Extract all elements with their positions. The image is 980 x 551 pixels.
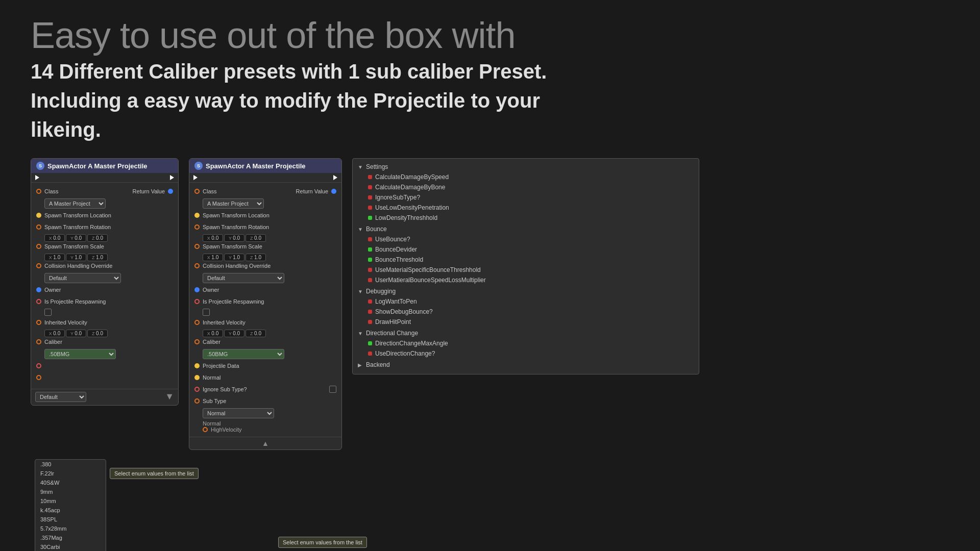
show-debug-bounce-label: ShowDebugBounce? bbox=[375, 308, 433, 315]
panel1-class-select[interactable]: A Master Project bbox=[44, 198, 106, 209]
panel2-rotation-label: Spawn Transform Rotation bbox=[203, 224, 336, 230]
panel2-ignore-subtype-pin bbox=[194, 387, 200, 392]
panel2-caliber-select[interactable]: .50BMG bbox=[203, 349, 284, 359]
panel2-exec-in-icon[interactable] bbox=[193, 175, 198, 180]
panel1-extra-pin1 bbox=[36, 363, 41, 368]
panel2-vel-z: Z 0.0 bbox=[246, 330, 266, 337]
panel2-location-label: Spawn Transform Location bbox=[203, 212, 336, 218]
panel1-rotation-label: Spawn Transform Rotation bbox=[44, 224, 173, 230]
panel1-projectile-checkbox[interactable] bbox=[44, 309, 52, 316]
panel2-projdata-row: Projectile Data bbox=[194, 361, 336, 370]
panel2-vel-x: X 0.0 bbox=[203, 330, 223, 337]
panel1-return-pin bbox=[168, 189, 173, 194]
settings-arrow-icon: ▼ bbox=[358, 164, 364, 170]
bounce-speed-loss-dot bbox=[368, 278, 372, 282]
panel2-collision-row: Collision Handling Override bbox=[194, 261, 336, 270]
panel1-caliber-dropdown-row: .50BMG bbox=[44, 349, 173, 359]
bounce-section-header[interactable]: ▼ Bounce bbox=[353, 224, 699, 234]
panel1-class-row: Class Return Value bbox=[36, 187, 173, 196]
panel1-scale-row: Spawn Transform Scale bbox=[36, 242, 173, 251]
caliber-item-30carbi[interactable]: 30Carbi bbox=[35, 542, 106, 551]
caliber-item-38spl[interactable]: 38SPL bbox=[35, 515, 106, 524]
panel2-rot-x: X 0.0 bbox=[203, 234, 223, 242]
panel1-class-pin bbox=[36, 189, 41, 194]
draw-hit-point-dot bbox=[368, 320, 372, 324]
panel2-ignore-subtype-checkbox[interactable] bbox=[329, 386, 336, 393]
panel2-class-pin bbox=[194, 189, 200, 194]
panel2-subtype-row: Sub Type bbox=[194, 396, 336, 406]
settings-item-material-bounce: UseMaterialSpecificBounceThreshhold bbox=[353, 265, 699, 275]
panel2-ignore-subtype-label: Ignore Sub Type? bbox=[203, 386, 326, 392]
caliber-item-10mm[interactable]: 10mm bbox=[35, 496, 106, 506]
caliber-item-57x28[interactable]: 5.7x28mm bbox=[35, 524, 106, 533]
panel1-velocity-row: Inherited Velocity bbox=[36, 318, 173, 327]
panel1-caliber-select[interactable]: .50BMG bbox=[44, 349, 116, 359]
settings-item-show-debug-bounce: ShowDebugBounce? bbox=[353, 307, 699, 317]
panel2-scale-x: X 1.0 bbox=[203, 254, 223, 261]
panel2-projectile-label: Is Projectile Respawning bbox=[203, 298, 336, 305]
panel2-subtype-select[interactable]: Normal HighVelocity bbox=[203, 408, 274, 418]
header-subtitle-2: Including a easy way to modify the Proje… bbox=[31, 87, 949, 114]
panel2-exec-out-icon[interactable] bbox=[333, 175, 337, 180]
panel1-caliber-row: Caliber bbox=[36, 337, 173, 346]
use-direction-change-label: UseDirectionChange? bbox=[375, 350, 435, 357]
panel2-expand-arrow[interactable]: ▲ bbox=[262, 439, 269, 447]
caliber-item-380[interactable]: .380 bbox=[35, 460, 106, 469]
header-subtitle-3: likeing. bbox=[31, 116, 949, 143]
header-subtitle-1: 14 Different Caliber presets with 1 sub … bbox=[31, 58, 949, 85]
panel2-collision-select[interactable]: Default bbox=[203, 273, 284, 283]
caliber-dropdown-list[interactable]: .380 F.22lr 40S&W 9mm 10mm k.45acp 38SPL… bbox=[35, 459, 106, 551]
panel1-exec-in-icon[interactable] bbox=[35, 175, 39, 180]
calc-damage-speed-label: CalculateDamageBySpeed bbox=[375, 173, 449, 181]
panel2-class-label: Class bbox=[203, 188, 293, 194]
panel1-expand-arrow[interactable]: ▼ bbox=[165, 391, 174, 402]
show-debug-bounce-dot bbox=[368, 310, 372, 314]
ignore-subtype-dot bbox=[368, 195, 372, 199]
panel2-collision-label: Collision Handling Override bbox=[203, 263, 336, 269]
backend-arrow-icon: ▶ bbox=[358, 362, 364, 368]
panel2-title: SpawnActor A Master Projectile bbox=[206, 162, 306, 170]
panel1-scale-z: Z 1.0 bbox=[87, 254, 108, 261]
low-density-thresh-dot bbox=[368, 216, 372, 220]
panel1-rot-y: Y 0.0 bbox=[66, 234, 86, 242]
panel2-footer: ▲ bbox=[189, 437, 341, 449]
panel2-subtype-highvel-row: HighVelocity bbox=[203, 427, 336, 433]
settings-section-label: Settings bbox=[366, 163, 388, 170]
panel1-collision-row: Collision Handling Override bbox=[36, 261, 173, 270]
panel1-location-row: Spawn Transform Location bbox=[36, 211, 173, 220]
panel1-exec-out-icon[interactable] bbox=[170, 175, 174, 180]
panel2-caliber-row: Caliber bbox=[194, 337, 336, 346]
panel2-scale-row: Spawn Transform Scale bbox=[194, 242, 336, 251]
panel2-owner-label: Owner bbox=[203, 287, 336, 293]
panel2-class-select[interactable]: A Master Project bbox=[203, 198, 264, 209]
panel1-collision-dropdown-row: Default bbox=[44, 273, 173, 283]
panel2-projectile-checkbox[interactable] bbox=[203, 309, 210, 316]
panel2-highvel-label: HighVelocity bbox=[211, 427, 242, 433]
panel1-header: S SpawnActor A Master Projectile bbox=[31, 159, 178, 173]
use-bounce-dot bbox=[368, 237, 372, 241]
settings-item-use-direction-change: UseDirectionChange? bbox=[353, 348, 699, 359]
caliber-item-9mm[interactable]: 9mm bbox=[35, 487, 106, 496]
backend-section-header[interactable]: ▶ Backend bbox=[353, 360, 699, 370]
panel1-vel-z: Z 0.0 bbox=[87, 330, 108, 337]
panel2-wrapper: S SpawnActor A Master Projectile Class R… bbox=[189, 158, 342, 450]
settings-item-low-density: UseLowDensityPenetration bbox=[353, 203, 699, 213]
panel1-rot-z: Z 0.0 bbox=[87, 234, 108, 242]
caliber-item-45acp[interactable]: k.45acp bbox=[35, 506, 106, 515]
direction-max-angle-label: DirectionChangeMaxAngle bbox=[375, 340, 448, 347]
settings-item-ignore-subtype: IgnoreSubType? bbox=[353, 192, 699, 203]
settings-item-direction-max-angle: DirectionChangeMaxAngle bbox=[353, 338, 699, 348]
debugging-section-header[interactable]: ▼ Debugging bbox=[353, 286, 699, 296]
caliber-item-357mag[interactable]: .357Mag bbox=[35, 533, 106, 542]
panel1-rot-x: X 0.0 bbox=[44, 234, 65, 242]
panel2-location-pin bbox=[194, 213, 200, 218]
panel1-scale-y: Y 1.0 bbox=[66, 254, 86, 261]
panel1-collision-select[interactable]: Default bbox=[44, 273, 121, 283]
panel2-icon: S bbox=[194, 162, 203, 170]
settings-item-bounce-threshold: BounceThreshold bbox=[353, 255, 699, 265]
caliber-item-40sw[interactable]: 40S&W bbox=[35, 478, 106, 487]
directional-section-header[interactable]: ▼ Directional Change bbox=[353, 328, 699, 338]
caliber-item-f22lr[interactable]: F.22lr bbox=[35, 469, 106, 478]
settings-section-header[interactable]: ▼ Settings bbox=[353, 162, 699, 172]
panel1-bottom-select[interactable]: Default bbox=[35, 392, 86, 402]
